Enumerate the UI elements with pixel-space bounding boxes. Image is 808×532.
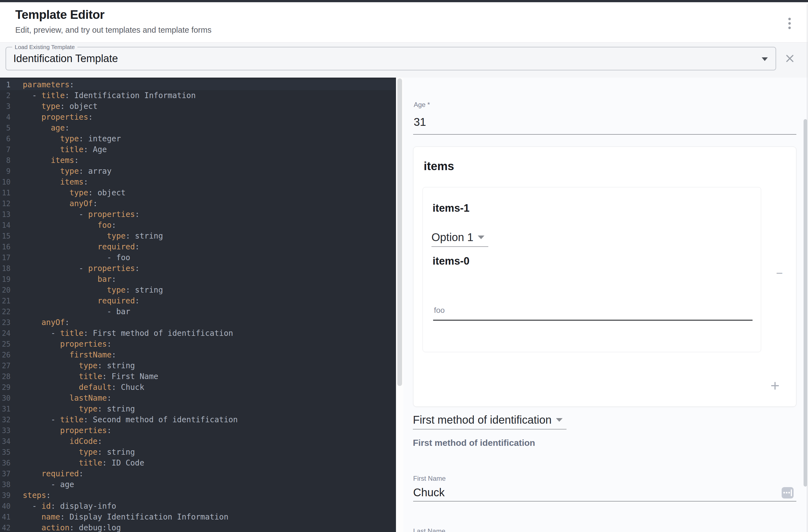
code-line: 40 - id: display-info: [0, 501, 396, 512]
code-line: 27 type: string: [0, 360, 396, 371]
first-name-underline: [413, 501, 796, 501]
chevron-down-icon: [478, 235, 484, 239]
code-line: 19 bar:: [0, 274, 396, 285]
first-name-input[interactable]: Chuck: [413, 486, 444, 499]
page-scrollbar-thumb[interactable]: [804, 119, 807, 487]
kebab-dot-icon: [788, 26, 791, 29]
code-line: 12 anyOf:: [0, 198, 396, 209]
code-line: 8 items:: [0, 155, 396, 166]
code-line: 11 type: object: [0, 187, 396, 198]
items-section-card: items items-1 Option 1 items-0 foo − +: [413, 147, 796, 407]
remove-item-button[interactable]: −: [772, 265, 787, 281]
code-line: 3 type: object: [0, 101, 396, 112]
code-line: 9 type: array: [0, 166, 396, 176]
foo-underline-focused: [433, 320, 753, 321]
page-header: Template Editor Edit, preview, and try o…: [0, 2, 808, 42]
code-line: 5 age:: [0, 122, 396, 133]
last-name-label: Last Name: [413, 527, 445, 532]
item-variant-value: Option 1: [431, 231, 473, 244]
more-options-button[interactable]: [783, 14, 796, 32]
editor-scrollbar-thumb[interactable]: [397, 78, 402, 386]
code-line: 30 lastName:: [0, 393, 396, 403]
kebab-dot-icon: [788, 22, 791, 25]
close-icon: [786, 54, 794, 63]
age-underline: [413, 134, 796, 135]
code-line: 10 items:: [0, 176, 396, 187]
code-line: 42 action: debug:log: [0, 522, 396, 532]
code-lines: 1parameters:2 - title: Identification In…: [0, 78, 396, 532]
code-line: 21 required:: [0, 296, 396, 306]
page-subtitle: Edit, preview, and try out templates and…: [15, 25, 212, 35]
code-line: 7 title: Age: [0, 144, 396, 155]
item-title: items-1: [433, 202, 470, 214]
code-line: 32 - title: Second method of identificat…: [0, 414, 396, 425]
page-title: Template Editor: [15, 8, 105, 22]
first-name-label: First Name: [413, 475, 446, 482]
code-line: 39steps:: [0, 490, 396, 501]
items-section-title: items: [424, 159, 454, 173]
code-line: 23 anyOf:: [0, 317, 396, 328]
editor-scrollbar[interactable]: [396, 78, 403, 532]
age-input[interactable]: 31: [414, 116, 426, 128]
code-line: 37 required:: [0, 468, 396, 479]
item-variant-select[interactable]: Option 1: [431, 231, 488, 247]
method-section-title: First method of identification: [413, 438, 535, 448]
code-line: 28 title: First Name: [0, 371, 396, 382]
code-line: 16 required:: [0, 241, 396, 252]
method-select-value: First method of identification: [413, 414, 552, 426]
code-line: 34 idCode:: [0, 436, 396, 446]
load-template-value: Identification Template: [13, 48, 118, 70]
method-select[interactable]: First method of identification: [413, 414, 567, 430]
code-line: 41 name: Display Identification Informat…: [0, 512, 396, 522]
kebab-dot-icon: [788, 18, 791, 20]
code-line: 15 type: string: [0, 230, 396, 241]
code-line: 26 firstName:: [0, 349, 396, 360]
code-line: 33 properties:: [0, 425, 396, 436]
code-line: 2 - title: Identification Information: [0, 90, 396, 101]
code-line: 6 type: integer: [0, 133, 396, 144]
items-item-card: items-1 Option 1 items-0 foo: [423, 187, 761, 352]
age-label: Age *: [414, 101, 430, 109]
add-item-button[interactable]: +: [767, 378, 783, 393]
code-line: 29 default: Chuck: [0, 382, 396, 393]
load-template-select[interactable]: Load Existing Template Identification Te…: [5, 47, 776, 70]
code-line: 35 type: string: [0, 446, 396, 457]
autofill-icon[interactable]: [782, 487, 794, 498]
code-line: 24 - title: First method of identificati…: [0, 328, 396, 339]
code-line: 1parameters:: [0, 79, 396, 90]
code-line: 22 - bar: [0, 306, 396, 317]
template-loader-bar: Load Existing Template Identification Te…: [0, 42, 808, 78]
code-line: 4 properties:: [0, 112, 396, 122]
code-line: 18 - properties:: [0, 263, 396, 274]
code-line: 31 type: string: [0, 403, 396, 414]
foo-label: foo: [434, 306, 445, 315]
code-editor[interactable]: 1parameters:2 - title: Identification In…: [0, 78, 396, 532]
code-line: 17 - foo: [0, 252, 396, 263]
code-line: 14 foo:: [0, 220, 396, 230]
item-subtitle: items-0: [433, 255, 470, 267]
clear-template-button[interactable]: [783, 52, 797, 65]
form-preview-panel: Age * 31 items items-1 Option 1 items-0 …: [403, 78, 808, 532]
code-line: 20 type: string: [0, 285, 396, 296]
window-top-strip: [0, 0, 808, 2]
code-line: 36 title: ID Code: [0, 457, 396, 468]
chevron-down-icon: [556, 418, 563, 422]
code-line: 38 - age: [0, 479, 396, 490]
code-line: 25 properties:: [0, 339, 396, 349]
chevron-down-icon: [762, 57, 768, 61]
code-line: 13 - properties:: [0, 209, 396, 220]
